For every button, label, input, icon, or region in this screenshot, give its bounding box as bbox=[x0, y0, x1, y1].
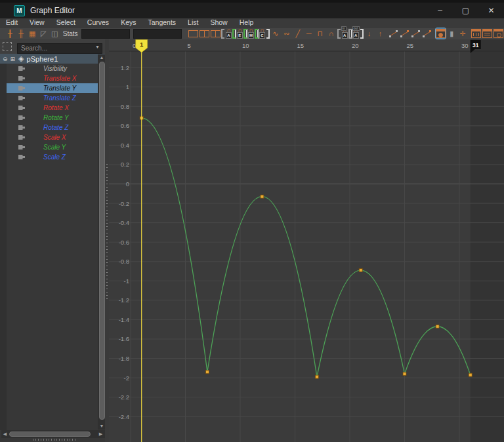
center-current-time-button-icon bbox=[211, 30, 220, 37]
value-axis-label: -0.6 bbox=[119, 239, 129, 246]
lattice-deform-keys-tool-icon: ▦ bbox=[29, 28, 35, 39]
lattice-deform-keys-tool[interactable]: ▦ bbox=[28, 28, 37, 39]
search-row: ▼ bbox=[0, 39, 105, 54]
auto-snap-time-button[interactable] bbox=[411, 28, 421, 39]
close-button[interactable]: ✕ bbox=[478, 3, 504, 18]
move-nearest-picked-key-tool[interactable]: ╂ bbox=[5, 28, 15, 39]
horizontal-scrollbar-thumb[interactable] bbox=[9, 432, 91, 437]
pin-channel-toggle-icon: ▮ bbox=[450, 28, 453, 39]
panel-resize-grip[interactable] bbox=[33, 439, 76, 441]
maximize-button[interactable]: ▢ bbox=[453, 3, 478, 18]
channel-label: Translate X bbox=[43, 75, 76, 82]
menu-view[interactable]: View bbox=[24, 18, 51, 27]
auto-frame-toggle[interactable] bbox=[436, 28, 446, 39]
minimize-button[interactable]: – bbox=[427, 3, 453, 18]
free-tangent-weight-button[interactable] bbox=[388, 28, 398, 39]
channel-row-visibility[interactable]: Visibility bbox=[7, 64, 98, 73]
horizontal-scrollbar[interactable]: ◀ ▶ bbox=[1, 430, 105, 438]
keyframe-f7[interactable] bbox=[205, 371, 209, 374]
plateau-tangent-button[interactable]: ∩ bbox=[326, 28, 336, 39]
toolbar-group-gap bbox=[432, 33, 434, 34]
keyframe-f31[interactable] bbox=[469, 373, 472, 376]
time-axis-label: 5 bbox=[188, 42, 191, 49]
filter-selection-icon[interactable] bbox=[3, 42, 12, 51]
vertical-scrollbar-thumb[interactable] bbox=[99, 62, 105, 420]
channel-row-rotate-x[interactable]: Rotate X bbox=[7, 103, 98, 113]
keyframe-f21[interactable] bbox=[359, 269, 362, 272]
open-trax-editor-button-icon bbox=[482, 29, 492, 38]
value-axis-label: -1.2 bbox=[119, 296, 129, 304]
collapse-all-icon[interactable]: ⊖ bbox=[3, 56, 8, 62]
expand-node-icon[interactable]: ⊞ bbox=[10, 56, 16, 62]
break-tangents-button[interactable]: ↓ bbox=[364, 28, 374, 39]
tree-node-psphere1[interactable]: ⊖ ⊞ ◈ pSphere1 bbox=[0, 54, 105, 64]
open-time-editor-button[interactable] bbox=[494, 28, 503, 39]
scroll-left-icon[interactable]: ◀ bbox=[1, 432, 9, 437]
retime-tool-icon: ◫ bbox=[51, 28, 58, 39]
clamped-tangent-button[interactable]: ∾ bbox=[282, 28, 291, 39]
spline-tangent-button[interactable]: ∿ bbox=[270, 28, 280, 39]
out-of-range-band bbox=[471, 39, 504, 442]
menu-keys[interactable]: Keys bbox=[115, 18, 142, 27]
menu-help[interactable]: Help bbox=[234, 18, 260, 27]
insert-keys-tool[interactable]: ╫ bbox=[16, 28, 26, 39]
value-axis-label: -1.4 bbox=[119, 316, 129, 323]
unify-tangents-button[interactable]: ↑ bbox=[375, 28, 385, 39]
lock-tangent-weight-button[interactable] bbox=[400, 28, 410, 39]
auto-snap-value-button[interactable] bbox=[422, 28, 432, 39]
step-tangent-button[interactable]: ⊓ bbox=[315, 28, 325, 39]
channel-row-rotate-y[interactable]: Rotate Y bbox=[7, 113, 98, 123]
auto-snap-value-button-icon bbox=[423, 30, 431, 37]
graph-view[interactable]: 1.210.80.60.40.20-0.2-0.4-0.6-0.8-1-1.2-… bbox=[109, 39, 504, 442]
value-axis-label: -0.8 bbox=[119, 258, 129, 265]
center-current-time-button[interactable] bbox=[211, 28, 220, 39]
stats-group: Stats bbox=[63, 29, 185, 39]
channel-row-rotate-z[interactable]: Rotate Z bbox=[7, 123, 98, 132]
channel-plug-icon bbox=[18, 86, 25, 90]
channel-row-scale-z[interactable]: Scale Z bbox=[7, 152, 98, 162]
clamped-tangent-button-icon: ∾ bbox=[284, 28, 289, 39]
frame-all-button[interactable] bbox=[188, 28, 198, 39]
channel-plug-icon bbox=[18, 135, 25, 140]
channel-plug-icon bbox=[18, 155, 25, 159]
keyframe-f28[interactable] bbox=[436, 325, 439, 328]
open-dope-sheet-button[interactable] bbox=[471, 28, 481, 39]
auto-custom-tangent-button[interactable]: ∩C bbox=[257, 28, 267, 39]
menu-list[interactable]: List bbox=[182, 18, 204, 27]
open-trax-editor-button[interactable] bbox=[482, 28, 492, 39]
region-tool[interactable]: ◸ bbox=[39, 28, 49, 39]
menu-edit[interactable]: Edit bbox=[0, 18, 24, 27]
value-axis-label: 1 bbox=[126, 83, 129, 90]
frame-playback-range-button[interactable] bbox=[200, 28, 209, 39]
default-out-tangent-button[interactable]: ∩outA bbox=[351, 28, 361, 39]
linear-tangent-button[interactable]: ╱ bbox=[293, 28, 303, 39]
stats-value-field[interactable] bbox=[133, 29, 182, 39]
channel-row-scale-x[interactable]: Scale X bbox=[7, 132, 98, 142]
menu-show[interactable]: Show bbox=[204, 18, 233, 27]
menu-tangents[interactable]: Tangents bbox=[142, 18, 182, 27]
frame-playback-range-button-icon bbox=[200, 30, 209, 37]
pin-channel-toggle[interactable]: ▮ bbox=[447, 28, 457, 39]
flat-tangent-button[interactable]: ─ bbox=[304, 28, 314, 39]
keyframe-f17[interactable] bbox=[315, 375, 318, 378]
channel-tree: ⊖ ⊞ ◈ pSphere1 VisibilityTranslate XTran… bbox=[0, 54, 105, 430]
value-axis-label: -2.4 bbox=[119, 413, 129, 420]
keyframe-f25[interactable] bbox=[403, 372, 406, 376]
menu-curves[interactable]: Curves bbox=[81, 18, 115, 27]
channel-row-translate-x[interactable]: Translate X bbox=[7, 73, 98, 83]
channel-row-translate-y[interactable]: Translate Y bbox=[7, 83, 98, 93]
stats-time-field[interactable] bbox=[81, 29, 130, 39]
search-input[interactable] bbox=[17, 43, 102, 54]
keyframe-f12[interactable] bbox=[261, 195, 264, 198]
retime-tool[interactable]: ◫ bbox=[50, 28, 60, 39]
channel-label: Visibility bbox=[43, 65, 67, 72]
flat-tangent-button-icon: ─ bbox=[306, 28, 312, 39]
value-axis-label: -2.2 bbox=[119, 393, 129, 401]
time-ruler[interactable] bbox=[109, 39, 504, 51]
unify-tangents-button-icon: ↑ bbox=[379, 28, 383, 39]
channel-row-scale-y[interactable]: Scale Y bbox=[7, 142, 98, 152]
scroll-right-icon[interactable]: ▶ bbox=[97, 432, 104, 437]
channel-row-translate-z[interactable]: Translate Z bbox=[7, 93, 98, 103]
menu-select[interactable]: Select bbox=[51, 18, 81, 27]
center-view-button[interactable]: ✛ bbox=[458, 28, 468, 39]
